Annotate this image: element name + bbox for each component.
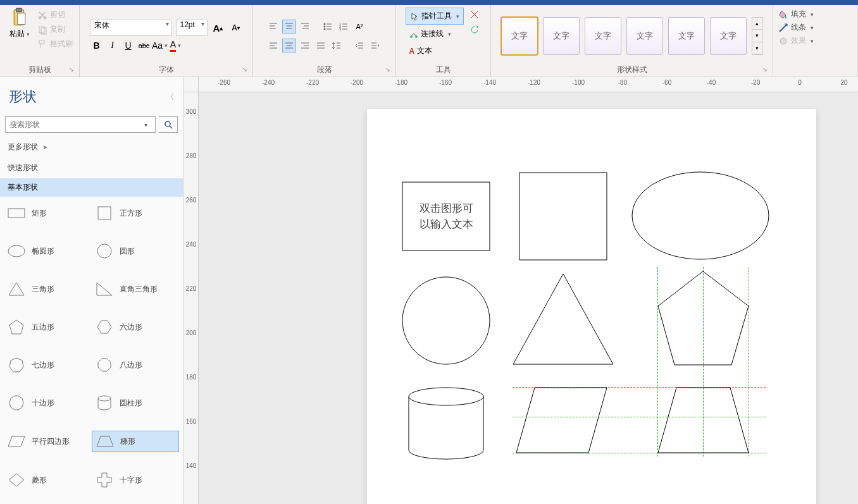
shape-ellipse[interactable] — [631, 171, 769, 260]
copy-button[interactable]: 复制 — [37, 22, 73, 37]
shape-item-label: 十边形 — [32, 398, 54, 409]
underline-button[interactable]: U — [121, 39, 135, 52]
bold-button[interactable]: B — [90, 39, 104, 52]
canvas-area[interactable]: -260-240-220-200-180-160-140-120-100-80-… — [183, 77, 858, 504]
shape-item-label: 梯形 — [120, 436, 135, 447]
ruler-vertical: 300280260240220200180160140 — [183, 92, 199, 504]
svg-marker-32 — [97, 473, 111, 487]
align-right-button[interactable] — [298, 39, 312, 52]
cross-tool-button[interactable] — [468, 8, 482, 22]
superscript-button[interactable]: A² — [352, 20, 366, 34]
shape-item-4[interactable]: 三角形 — [4, 279, 92, 299]
shape-circle[interactable] — [402, 276, 490, 365]
svg-point-36 — [632, 172, 769, 259]
svg-marker-29 — [8, 436, 25, 446]
style-item-5[interactable]: 文字 — [668, 17, 705, 55]
align-top-center-button[interactable] — [282, 20, 296, 34]
shape-item-11[interactable]: 圆柱形 — [92, 393, 180, 413]
shape-item-6[interactable]: 五边形 — [4, 317, 92, 337]
format-painter-button[interactable]: 格式刷 — [37, 37, 73, 51]
shape-item-2[interactable]: 椭圆形 — [4, 241, 92, 261]
shape-item-9[interactable]: 八边形 — [92, 355, 180, 375]
connector-tool-button[interactable]: 连接线 — [406, 26, 464, 42]
font-group: 宋体 12pt A▴ A▾ B I U abc Aa A 字体 ↘ — [80, 5, 253, 77]
shape-trapezoid[interactable] — [657, 387, 749, 453]
style-item-6[interactable]: 文字 — [710, 17, 747, 55]
decrease-font-button[interactable]: A▾ — [229, 21, 243, 35]
shapes-category[interactable]: 基本形状 — [0, 178, 183, 197]
bullets-button[interactable] — [321, 20, 335, 34]
text-tool-button[interactable]: A 文本 — [406, 43, 464, 59]
align-top-right-button[interactable] — [298, 20, 312, 34]
paragraph-dialog-launcher[interactable]: ↘ — [385, 66, 394, 75]
drawing-page[interactable]: 双击图形可 以输入文本 — [367, 109, 816, 504]
more-shapes-button[interactable]: 更多形状 ▸ — [0, 137, 183, 157]
font-color-button[interactable]: A — [169, 39, 183, 52]
style-gallery-scroll[interactable]: ▴▾▾ — [752, 17, 763, 55]
clipboard-dialog-launcher[interactable]: ↘ — [69, 66, 78, 75]
shape-item-8[interactable]: 七边形 — [4, 355, 92, 375]
paste-button[interactable]: 粘贴 — [7, 8, 32, 39]
style-item-1[interactable]: 文字 — [501, 17, 538, 55]
cut-button[interactable]: 剪切 — [37, 8, 73, 22]
decrease-indent-button[interactable] — [352, 39, 366, 52]
shape-item-1[interactable]: 正方形 — [92, 203, 180, 223]
format-painter-label: 格式刷 — [50, 39, 73, 49]
search-input[interactable] — [5, 116, 156, 133]
shape-icon — [96, 281, 113, 297]
increase-font-button[interactable]: A▴ — [211, 21, 225, 35]
style-item-2[interactable]: 文字 — [543, 17, 580, 55]
search-button[interactable] — [159, 116, 178, 133]
shape-text-content[interactable]: 双击图形可 以输入文本 — [402, 181, 490, 251]
ruler-v-tick: 300 — [183, 108, 199, 115]
shape-item-15[interactable]: 十字形 — [92, 470, 180, 490]
font-dialog-launcher[interactable]: ↘ — [242, 66, 251, 75]
svg-rect-35 — [519, 173, 607, 260]
pointer-tool-button[interactable]: 指针工具 — [406, 8, 464, 25]
align-top-left-button[interactable] — [266, 20, 280, 34]
line-button[interactable]: 线条 — [778, 21, 814, 34]
ribbon: 粘贴 剪切 复制 格式刷 剪贴板 ↘ 宋体 — [0, 5, 858, 77]
font-size-select[interactable]: 12pt — [176, 20, 208, 36]
shape-item-label: 矩形 — [32, 208, 47, 219]
ruler-h-tick: -120 — [528, 79, 540, 86]
increase-indent-button[interactable] — [368, 39, 382, 52]
quick-shapes[interactable]: 快速形状 — [0, 157, 183, 178]
shape-cylinder[interactable] — [408, 387, 484, 460]
line-spacing-button[interactable] — [330, 39, 344, 52]
justify-button[interactable] — [314, 39, 328, 52]
shape-item-14[interactable]: 菱形 — [4, 470, 92, 490]
styles-dialog-launcher[interactable]: ↘ — [762, 66, 771, 75]
italic-button[interactable]: I — [106, 39, 120, 52]
shape-rectangle[interactable] — [519, 172, 607, 261]
fill-button[interactable]: 填充 — [778, 8, 814, 21]
shape-item-7[interactable]: 六边形 — [92, 317, 180, 337]
shape-icon — [8, 243, 25, 259]
shape-item-13[interactable]: 梯形 — [92, 431, 180, 452]
shape-item-12[interactable]: 平行四边形 — [4, 431, 92, 452]
strikethrough-button[interactable]: abc — [137, 39, 151, 52]
ruler-corner — [183, 77, 199, 92]
align-left-button[interactable] — [266, 39, 280, 52]
rotate-tool-button[interactable] — [468, 23, 482, 37]
shape-item-5[interactable]: 直角三角形 — [92, 279, 180, 299]
change-case-button[interactable]: Aa — [153, 39, 167, 52]
effect-button[interactable]: 效果 — [778, 34, 814, 47]
numbering-button[interactable]: 123 — [337, 20, 351, 34]
shape-item-10[interactable]: 十边形 — [4, 393, 92, 413]
clipboard-group: 粘贴 剪切 复制 格式刷 剪贴板 ↘ — [0, 5, 80, 77]
shape-grid: 矩形正方形椭圆形圆形三角形直角三角形五边形六边形七边形八边形十边形圆柱形平行四边… — [0, 197, 183, 504]
align-center-button[interactable] — [282, 39, 296, 52]
shape-triangle[interactable] — [513, 273, 614, 365]
ruler-h-tick: -160 — [439, 79, 452, 86]
style-item-3[interactable]: 文字 — [585, 17, 621, 55]
shape-item-0[interactable]: 矩形 — [4, 203, 92, 223]
shape-pentagon[interactable] — [657, 271, 749, 366]
ruler-h-tick: -40 — [707, 79, 716, 86]
style-item-4[interactable]: 文字 — [626, 17, 663, 55]
shape-item-3[interactable]: 圆形 — [92, 241, 180, 261]
shape-parallelogram[interactable] — [516, 387, 607, 453]
font-name-select[interactable]: 宋体 — [90, 20, 172, 36]
pane-collapse-button[interactable]: 〈 — [166, 92, 174, 102]
ruler-v-tick: 280 — [183, 152, 199, 159]
